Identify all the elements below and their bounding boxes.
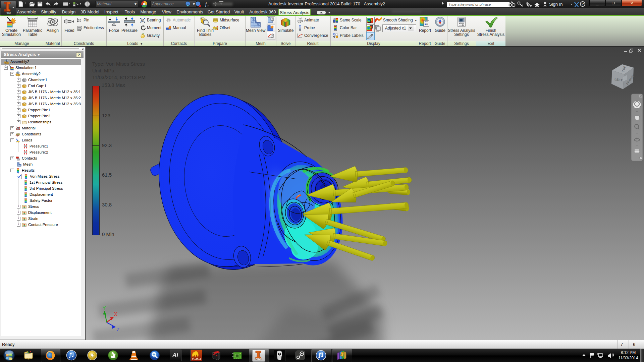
svg-text:Sign In: Sign In — [549, 2, 562, 7]
svg-text:PRO: PRO — [256, 358, 261, 361]
svg-text:PRO: PRO — [6, 12, 11, 14]
svg-text:?: ? — [582, 2, 584, 6]
svg-text:FurMark: FurMark — [192, 358, 202, 360]
svg-text:Y: Y — [103, 305, 106, 311]
svg-text:x: x — [207, 4, 209, 7]
svg-text:X: X — [114, 311, 117, 317]
svg-text:Z: Z — [117, 327, 120, 332]
